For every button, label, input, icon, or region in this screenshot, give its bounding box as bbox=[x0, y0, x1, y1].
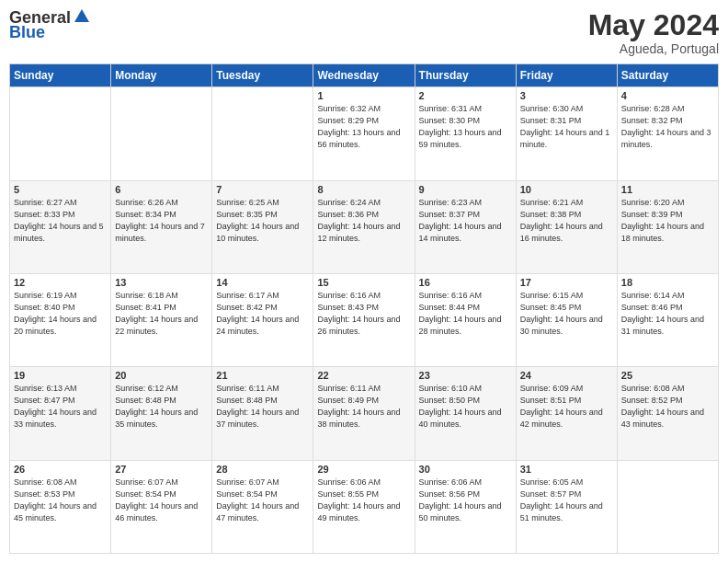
day-number: 7 bbox=[216, 184, 309, 195]
table-row: 16Sunrise: 6:16 AMSunset: 8:44 PMDayligh… bbox=[415, 273, 516, 366]
table-row: 15Sunrise: 6:16 AMSunset: 8:43 PMDayligh… bbox=[313, 273, 415, 366]
table-row: 31Sunrise: 6:05 AMSunset: 8:57 PMDayligh… bbox=[516, 460, 617, 553]
col-saturday: Saturday bbox=[617, 64, 718, 87]
month-title: May 2024 bbox=[588, 9, 719, 41]
table-row: 6Sunrise: 6:26 AMSunset: 8:34 PMDaylight… bbox=[111, 180, 212, 273]
table-row: 24Sunrise: 6:09 AMSunset: 8:51 PMDayligh… bbox=[516, 367, 617, 460]
day-info: Sunrise: 6:20 AMSunset: 8:39 PMDaylight:… bbox=[621, 197, 714, 245]
table-row: 25Sunrise: 6:08 AMSunset: 8:52 PMDayligh… bbox=[617, 367, 718, 460]
day-number: 5 bbox=[14, 184, 107, 195]
day-number: 31 bbox=[520, 464, 613, 475]
day-number: 2 bbox=[419, 90, 512, 101]
day-info: Sunrise: 6:13 AMSunset: 8:47 PMDaylight:… bbox=[14, 383, 107, 431]
day-info: Sunrise: 6:19 AMSunset: 8:40 PMDaylight:… bbox=[14, 290, 107, 338]
day-number: 17 bbox=[520, 277, 613, 288]
day-info: Sunrise: 6:11 AMSunset: 8:48 PMDaylight:… bbox=[216, 383, 309, 431]
day-info: Sunrise: 6:32 AMSunset: 8:29 PMDaylight:… bbox=[317, 103, 410, 151]
day-info: Sunrise: 6:06 AMSunset: 8:56 PMDaylight:… bbox=[419, 477, 512, 524]
table-row: 29Sunrise: 6:06 AMSunset: 8:55 PMDayligh… bbox=[313, 460, 415, 553]
table-row: 23Sunrise: 6:10 AMSunset: 8:50 PMDayligh… bbox=[415, 367, 516, 460]
day-info: Sunrise: 6:25 AMSunset: 8:35 PMDaylight:… bbox=[216, 197, 309, 245]
day-info: Sunrise: 6:16 AMSunset: 8:43 PMDaylight:… bbox=[317, 290, 410, 338]
day-number: 12 bbox=[14, 277, 107, 288]
day-number: 24 bbox=[520, 370, 613, 381]
day-number: 28 bbox=[216, 464, 309, 475]
day-number: 3 bbox=[520, 90, 613, 101]
day-info: Sunrise: 6:11 AMSunset: 8:49 PMDaylight:… bbox=[317, 383, 410, 431]
day-info: Sunrise: 6:26 AMSunset: 8:34 PMDaylight:… bbox=[115, 197, 208, 245]
day-number: 10 bbox=[520, 184, 613, 195]
day-number: 27 bbox=[115, 464, 208, 475]
day-info: Sunrise: 6:28 AMSunset: 8:32 PMDaylight:… bbox=[621, 103, 714, 151]
title-block: May 2024 Agueda, Portugal bbox=[588, 9, 719, 56]
day-number: 20 bbox=[115, 370, 208, 381]
day-number: 25 bbox=[621, 370, 714, 381]
day-number: 6 bbox=[115, 184, 208, 195]
table-row: 27Sunrise: 6:07 AMSunset: 8:54 PMDayligh… bbox=[111, 460, 212, 553]
logo-blue: Blue bbox=[9, 24, 45, 42]
day-number: 19 bbox=[14, 370, 107, 381]
day-number: 26 bbox=[14, 464, 107, 475]
table-row: 22Sunrise: 6:11 AMSunset: 8:49 PMDayligh… bbox=[313, 367, 415, 460]
table-row bbox=[10, 87, 111, 180]
day-info: Sunrise: 6:23 AMSunset: 8:37 PMDaylight:… bbox=[419, 197, 512, 245]
table-row: 9Sunrise: 6:23 AMSunset: 8:37 PMDaylight… bbox=[415, 180, 516, 273]
table-row: 28Sunrise: 6:07 AMSunset: 8:54 PMDayligh… bbox=[212, 460, 313, 553]
col-sunday: Sunday bbox=[10, 64, 111, 87]
table-row: 17Sunrise: 6:15 AMSunset: 8:45 PMDayligh… bbox=[516, 273, 617, 366]
week-row-1: 5Sunrise: 6:27 AMSunset: 8:33 PMDaylight… bbox=[10, 180, 719, 273]
location-title: Agueda, Portugal bbox=[588, 41, 719, 56]
day-info: Sunrise: 6:31 AMSunset: 8:30 PMDaylight:… bbox=[419, 103, 512, 151]
logo-icon bbox=[73, 7, 91, 26]
table-row: 11Sunrise: 6:20 AMSunset: 8:39 PMDayligh… bbox=[617, 180, 718, 273]
table-row: 26Sunrise: 6:08 AMSunset: 8:53 PMDayligh… bbox=[10, 460, 111, 553]
table-row: 19Sunrise: 6:13 AMSunset: 8:47 PMDayligh… bbox=[10, 367, 111, 460]
day-info: Sunrise: 6:17 AMSunset: 8:42 PMDaylight:… bbox=[216, 290, 309, 338]
logo: General Blue bbox=[9, 9, 91, 42]
day-info: Sunrise: 6:27 AMSunset: 8:33 PMDaylight:… bbox=[14, 197, 107, 245]
day-info: Sunrise: 6:08 AMSunset: 8:52 PMDaylight:… bbox=[621, 383, 714, 431]
week-row-4: 26Sunrise: 6:08 AMSunset: 8:53 PMDayligh… bbox=[10, 460, 719, 553]
day-number: 22 bbox=[317, 370, 410, 381]
col-monday: Monday bbox=[111, 64, 212, 87]
day-number: 14 bbox=[216, 277, 309, 288]
header: General Blue May 2024 Agueda, Portugal bbox=[9, 9, 719, 56]
table-row: 4Sunrise: 6:28 AMSunset: 8:32 PMDaylight… bbox=[617, 87, 718, 180]
day-number: 1 bbox=[317, 90, 410, 101]
day-number: 18 bbox=[621, 277, 714, 288]
day-number: 16 bbox=[419, 277, 512, 288]
day-number: 8 bbox=[317, 184, 410, 195]
table-row: 2Sunrise: 6:31 AMSunset: 8:30 PMDaylight… bbox=[415, 87, 516, 180]
day-number: 4 bbox=[621, 90, 714, 101]
svg-marker-0 bbox=[74, 9, 89, 22]
day-info: Sunrise: 6:14 AMSunset: 8:46 PMDaylight:… bbox=[621, 290, 714, 338]
table-row: 7Sunrise: 6:25 AMSunset: 8:35 PMDaylight… bbox=[212, 180, 313, 273]
week-row-3: 19Sunrise: 6:13 AMSunset: 8:47 PMDayligh… bbox=[10, 367, 719, 460]
col-friday: Friday bbox=[516, 64, 617, 87]
table-row: 5Sunrise: 6:27 AMSunset: 8:33 PMDaylight… bbox=[10, 180, 111, 273]
table-row bbox=[111, 87, 212, 180]
day-number: 21 bbox=[216, 370, 309, 381]
day-info: Sunrise: 6:06 AMSunset: 8:55 PMDaylight:… bbox=[317, 477, 410, 524]
day-number: 15 bbox=[317, 277, 410, 288]
table-row: 13Sunrise: 6:18 AMSunset: 8:41 PMDayligh… bbox=[111, 273, 212, 366]
table-row bbox=[212, 87, 313, 180]
day-info: Sunrise: 6:30 AMSunset: 8:31 PMDaylight:… bbox=[520, 103, 613, 151]
week-row-0: 1Sunrise: 6:32 AMSunset: 8:29 PMDaylight… bbox=[10, 87, 719, 180]
day-info: Sunrise: 6:08 AMSunset: 8:53 PMDaylight:… bbox=[14, 477, 107, 524]
table-row: 1Sunrise: 6:32 AMSunset: 8:29 PMDaylight… bbox=[313, 87, 415, 180]
day-info: Sunrise: 6:10 AMSunset: 8:50 PMDaylight:… bbox=[419, 383, 512, 431]
table-row: 10Sunrise: 6:21 AMSunset: 8:38 PMDayligh… bbox=[516, 180, 617, 273]
day-number: 13 bbox=[115, 277, 208, 288]
day-number: 29 bbox=[317, 464, 410, 475]
day-info: Sunrise: 6:21 AMSunset: 8:38 PMDaylight:… bbox=[520, 197, 613, 245]
day-info: Sunrise: 6:07 AMSunset: 8:54 PMDaylight:… bbox=[115, 477, 208, 524]
table-row: 8Sunrise: 6:24 AMSunset: 8:36 PMDaylight… bbox=[313, 180, 415, 273]
day-info: Sunrise: 6:16 AMSunset: 8:44 PMDaylight:… bbox=[419, 290, 512, 338]
table-row: 18Sunrise: 6:14 AMSunset: 8:46 PMDayligh… bbox=[617, 273, 718, 366]
table-row: 20Sunrise: 6:12 AMSunset: 8:48 PMDayligh… bbox=[111, 367, 212, 460]
col-thursday: Thursday bbox=[415, 64, 516, 87]
table-row: 14Sunrise: 6:17 AMSunset: 8:42 PMDayligh… bbox=[212, 273, 313, 366]
col-wednesday: Wednesday bbox=[313, 64, 415, 87]
day-number: 11 bbox=[621, 184, 714, 195]
